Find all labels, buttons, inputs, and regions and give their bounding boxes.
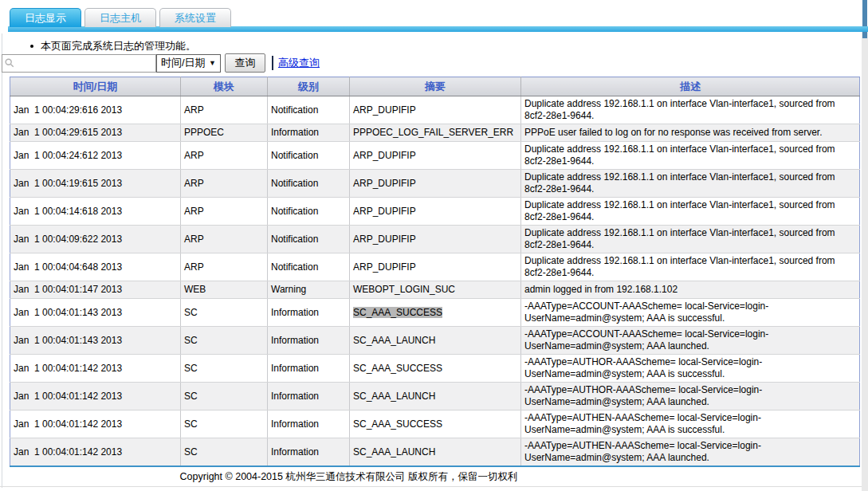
- cell-summary: SC_AAA_LAUNCH: [350, 327, 521, 355]
- page-description: 本页面完成系统日志的管理功能。: [30, 39, 196, 53]
- cell-level: Notification: [268, 170, 350, 198]
- cell-module: SC: [181, 438, 268, 467]
- cell-description: Duplicate address 192.168.1.1 on interfa…: [521, 96, 860, 124]
- cell-summary: WEBOPT_LOGIN_SUC: [350, 281, 521, 299]
- cell-time: Jan 1 00:04:19:615 2013: [10, 170, 181, 198]
- cell-summary: ARP_DUPIFIP: [350, 253, 521, 281]
- table-row: Jan 1 00:04:29:616 2013 ARP Notification…: [10, 96, 860, 124]
- cell-description: Duplicate address 192.168.1.1 on interfa…: [521, 226, 860, 253]
- cell-description: -AAAType=AUTHEN-AAAScheme= local-Service…: [521, 410, 860, 438]
- vertical-scrollbar-thumb[interactable]: [862, 0, 867, 38]
- table-row: Jan 1 00:04:14:618 2013 ARP Notification…: [10, 198, 860, 226]
- summary-text: ARP_DUPIFIP: [353, 234, 416, 245]
- summary-text: ARP_DUPIFIP: [353, 104, 416, 116]
- summary-text: SC_AAA_SUCCESS: [353, 418, 442, 430]
- log-table-header: 时间/日期 模块 级别 摘要 描述: [10, 77, 860, 96]
- header-description[interactable]: 描述: [521, 77, 860, 96]
- cell-time: Jan 1 00:04:01:142 2013: [10, 355, 181, 383]
- filter-dropdown[interactable]: 时间/日期 ▼: [156, 54, 221, 73]
- table-row: Jan 1 00:04:04:648 2013 ARP Notification…: [10, 253, 860, 281]
- page-bottom-divider: [0, 486, 862, 487]
- cell-module: ARP: [181, 170, 268, 198]
- cell-description: PPPoE user failed to log on for no respo…: [521, 124, 860, 142]
- summary-text: ARP_DUPIFIP: [353, 178, 416, 189]
- cell-time: Jan 1 00:04:01:147 2013: [10, 281, 181, 299]
- cell-description: -AAAType=AUTHOR-AAAScheme= local-Service…: [521, 355, 860, 383]
- cell-time: Jan 1 00:04:01:142 2013: [10, 383, 181, 410]
- summary-text: SC_AAA_LAUNCH: [353, 335, 435, 346]
- cell-module: WEB: [181, 281, 268, 299]
- summary-text: SC_AAA_SUCCESS: [353, 307, 442, 318]
- cell-module: ARP: [181, 96, 268, 124]
- tab-accent-stripe: [8, 26, 868, 32]
- tab-log-host[interactable]: 日志主机: [84, 8, 156, 27]
- cell-level: Notification: [268, 226, 350, 253]
- table-row: Jan 1 00:04:09:622 2013 ARP Notification…: [10, 226, 860, 253]
- header-level[interactable]: 级别: [268, 77, 350, 96]
- summary-text: WEBOPT_LOGIN_SUC: [353, 284, 455, 295]
- table-row: Jan 1 00:04:01:143 2013 SC Information S…: [10, 299, 860, 327]
- log-table-body: Jan 1 00:04:29:616 2013 ARP Notification…: [10, 96, 860, 467]
- tab-log-display[interactable]: 日志显示: [10, 8, 81, 27]
- header-time[interactable]: 时间/日期: [10, 77, 181, 96]
- log-table: 时间/日期 模块 级别 摘要 描述 Jan 1 00:04:29:616 201…: [10, 77, 860, 467]
- cell-module: SC: [181, 355, 268, 383]
- cell-module: ARP: [181, 142, 268, 170]
- search-bar: 时间/日期 ▼ 查询 高级查询: [2, 53, 320, 73]
- separator-bar: [272, 56, 273, 70]
- search-input[interactable]: [2, 54, 156, 73]
- cell-time: Jan 1 00:04:09:622 2013: [10, 226, 181, 253]
- table-row: Jan 1 00:04:19:615 2013 ARP Notification…: [10, 170, 860, 198]
- table-row: Jan 1 00:04:01:142 2013 SC Information S…: [10, 383, 860, 410]
- summary-text: ARP_DUPIFIP: [353, 150, 416, 161]
- cell-summary: SC_AAA_SUCCESS: [350, 355, 521, 383]
- table-row: Jan 1 00:04:24:612 2013 ARP Notification…: [10, 142, 860, 170]
- cell-description: -AAAType=AUTHOR-AAAScheme= local-Service…: [521, 383, 860, 410]
- summary-text: ARP_DUPIFIP: [353, 206, 416, 217]
- cell-level: Notification: [268, 253, 350, 281]
- vertical-scrollbar-track[interactable]: [862, 32, 868, 491]
- header-module[interactable]: 模块: [181, 77, 268, 96]
- summary-text: SC_AAA_SUCCESS: [353, 363, 442, 374]
- cell-description: -AAAType=AUTHEN-AAAScheme= local-Service…: [521, 438, 860, 467]
- cell-level: Information: [268, 383, 350, 410]
- cell-module: ARP: [181, 226, 268, 253]
- cell-level: Information: [268, 299, 350, 327]
- cell-summary: ARP_DUPIFIP: [350, 96, 521, 124]
- cell-level: Notification: [268, 96, 350, 124]
- cell-summary: ARP_DUPIFIP: [350, 170, 521, 198]
- cell-summary: ARP_DUPIFIP: [350, 226, 521, 253]
- filter-dropdown-value: 时间/日期: [161, 56, 206, 70]
- summary-text: SC_AAA_LAUNCH: [353, 391, 435, 402]
- cell-description: Duplicate address 192.168.1.1 on interfa…: [521, 142, 860, 170]
- cell-summary: SC_AAA_LAUNCH: [350, 383, 521, 410]
- cell-level: Information: [268, 355, 350, 383]
- cell-module: SC: [181, 410, 268, 438]
- cell-summary: SC_AAA_SUCCESS: [350, 410, 521, 438]
- page-left-border: [2, 33, 2, 488]
- table-row: Jan 1 00:04:01:142 2013 SC Information S…: [10, 355, 860, 383]
- table-row: Jan 1 00:04:01:142 2013 SC Information S…: [10, 410, 860, 438]
- cell-level: Warning: [268, 281, 350, 299]
- cell-time: Jan 1 00:04:01:142 2013: [10, 410, 181, 438]
- query-button[interactable]: 查询: [225, 53, 265, 73]
- cell-time: Jan 1 00:04:01:143 2013: [10, 299, 181, 327]
- copyright-footer: Copyright © 2004-2015 杭州华三通信技术有限公司 版权所有，…: [10, 470, 859, 484]
- cell-description: Duplicate address 192.168.1.1 on interfa…: [521, 170, 860, 198]
- cell-description: Duplicate address 192.168.1.1 on interfa…: [521, 198, 860, 226]
- search-icon: [4, 57, 15, 69]
- cell-summary: PPPOEC_LOG_FAIL_SERVER_ERR: [350, 124, 521, 142]
- table-row: Jan 1 00:04:29:615 2013 PPPOEC Informati…: [10, 124, 860, 142]
- tab-system-settings[interactable]: 系统设置: [159, 8, 231, 27]
- advanced-query-link[interactable]: 高级查询: [278, 56, 320, 70]
- summary-text: ARP_DUPIFIP: [353, 261, 416, 273]
- cell-time: Jan 1 00:04:01:143 2013: [10, 327, 181, 355]
- cell-time: Jan 1 00:04:04:648 2013: [10, 253, 181, 281]
- tab-bar: 日志显示 日志主机 系统设置: [10, 8, 231, 27]
- header-summary[interactable]: 摘要: [350, 77, 521, 96]
- cell-module: ARP: [181, 198, 268, 226]
- cell-module: PPPOEC: [181, 124, 268, 142]
- page-description-text: 本页面完成系统日志的管理功能。: [41, 39, 196, 53]
- cell-level: Information: [268, 327, 350, 355]
- cell-description: admin logged in from 192.168.1.102: [521, 281, 860, 299]
